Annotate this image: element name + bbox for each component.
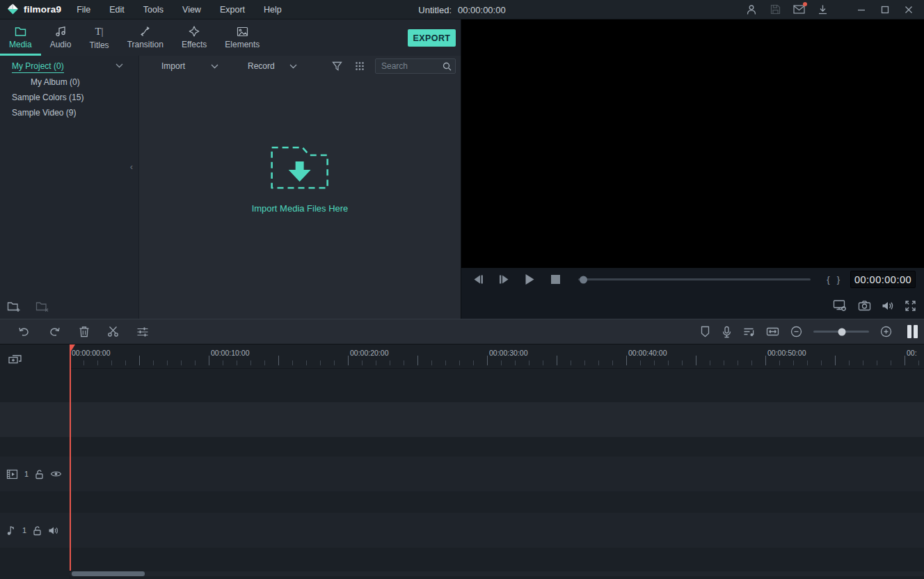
timeline-zoom-slider[interactable] [813,331,869,333]
seek-handle[interactable] [580,276,587,283]
download-icon[interactable] [816,3,829,16]
transition-arrows-icon [139,26,151,37]
sidebar-item-sample-colors[interactable]: Sample Colors (15) [0,90,138,105]
project-duration: 00:00:00:00 [458,5,506,15]
sidebar-item-my-album[interactable]: My Album (0) [0,74,138,90]
grid-view-icon[interactable] [355,56,365,77]
video-track-number: 1 [24,470,29,478]
zoom-in-icon[interactable] [880,326,892,338]
import-chevron-down-icon[interactable] [211,56,218,77]
tab-transition[interactable]: Transition [118,19,173,56]
filmora-window: filmora9 File Edit Tools View Export Hel… [0,0,924,579]
library-sidebar: My Project (0) My Album (0) Sample Color… [0,56,139,319]
split-scissors-icon[interactable] [107,326,119,338]
menu-tools[interactable]: Tools [143,5,164,15]
seek-bar[interactable] [578,278,811,280]
sparkle-icon [189,26,200,37]
display-settings-icon[interactable] [833,299,847,312]
snapshot-camera-icon[interactable] [858,300,871,311]
import-dropdown[interactable]: Import [161,56,185,77]
fullscreen-icon[interactable] [905,300,916,312]
menu-help[interactable]: Help [264,5,282,15]
tab-effects[interactable]: Effects [173,19,216,56]
delete-folder-icon[interactable] [35,301,49,312]
ruler-ticks [70,356,924,365]
zoom-to-fit-icon[interactable] [766,326,779,338]
zoom-out-icon[interactable] [790,326,802,338]
tab-media[interactable]: Media [0,19,41,56]
delete-icon[interactable] [79,326,90,338]
timecode-display[interactable]: 00:00:00:00 [850,271,916,288]
mark-out-button[interactable]: } [837,274,840,285]
mute-track-speaker-icon[interactable] [48,526,58,535]
lock-track-icon[interactable] [35,469,44,479]
close-button[interactable] [902,3,915,16]
voiceover-mic-icon[interactable] [722,326,732,338]
preview-bottom-bar [461,292,924,319]
folder-actions [7,301,49,312]
sidebar-item-sample-video[interactable]: Sample Video (9) [0,105,138,120]
timeline-scrollbar-thumb[interactable] [72,571,145,576]
add-folder-icon[interactable] [7,301,21,312]
play-button[interactable] [523,273,536,287]
search-input[interactable] [376,61,443,71]
menu-bar: File Edit Tools View Export Help [77,5,282,15]
stop-button[interactable] [548,273,562,287]
previous-frame-button[interactable] [471,273,485,287]
messages-icon[interactable] [792,3,805,16]
menu-view[interactable]: View [182,5,201,15]
music-note-icon [55,26,66,37]
record-chevron-down-icon[interactable] [289,56,297,77]
volume-icon[interactable] [882,301,894,311]
tab-elements[interactable]: Elements [216,19,269,56]
search-icon[interactable] [443,62,452,71]
lock-track-icon[interactable] [33,525,42,536]
search-box [375,58,456,74]
tab-titles[interactable]: T| Titles [80,19,118,56]
menu-export[interactable]: Export [220,5,245,15]
account-icon[interactable] [745,3,758,16]
timeline-empty-lane[interactable] [0,402,924,437]
next-frame-button[interactable] [497,273,511,287]
import-folder-icon [260,142,340,193]
maximize-button[interactable] [879,3,891,16]
manage-tracks-icon[interactable] [8,352,22,365]
ruler-label: 00:00:20:00 [350,349,388,357]
dropzone-label: Import Media Files Here [252,203,349,214]
media-toolbar: Import Record [139,56,461,77]
timeline-ruler[interactable]: 00:00:00:00 00:00:10:00 00:00:20:00 00:0… [70,344,924,369]
sidebar-item-my-project[interactable]: My Project (0) [0,59,138,74]
record-dropdown[interactable]: Record [248,56,275,77]
minimize-button[interactable] [855,3,868,16]
redo-icon[interactable] [48,326,61,338]
timeline-scrollbar-track[interactable] [70,571,924,576]
audio-track-lane[interactable] [0,513,924,548]
playhead-line[interactable] [70,344,71,571]
filter-icon[interactable] [332,56,342,77]
export-button[interactable]: EXPORT [408,29,456,47]
audio-mixer-icon[interactable] [743,326,755,338]
asset-body: My Project (0) My Album (0) Sample Color… [0,56,461,319]
menu-file[interactable]: File [77,5,90,15]
preview-pane: { } 00:00:00:00 [461,19,924,319]
tab-audio[interactable]: Audio [41,19,81,56]
undo-icon[interactable] [17,326,31,338]
timeline: 00:00:00:00 00:00:10:00 00:00:20:00 00:0… [0,344,924,579]
adjust-settings-icon[interactable] [136,326,149,338]
menu-edit[interactable]: Edit [109,5,125,15]
import-media-dropzone[interactable]: Import Media Files Here [252,142,349,214]
asset-pane: Media Audio T| Titles [0,19,461,319]
toolbar-right-group [700,325,924,338]
chevron-down-icon[interactable] [116,63,123,68]
toggle-visibility-eye-icon[interactable] [50,470,62,478]
sidebar-collapse-icon[interactable]: ‹ [127,159,136,174]
ruler-label: 00:00:30:00 [489,349,527,357]
picture-icon [237,26,248,37]
marker-icon[interactable] [700,326,710,338]
zoom-slider-handle[interactable] [838,328,846,335]
mark-in-button[interactable]: { [827,274,829,285]
video-track-header: 1 [0,466,70,482]
panel-layout-icon[interactable] [907,325,918,338]
video-track-lane[interactable] [0,457,924,491]
app-logo-text: filmora9 [24,4,61,15]
